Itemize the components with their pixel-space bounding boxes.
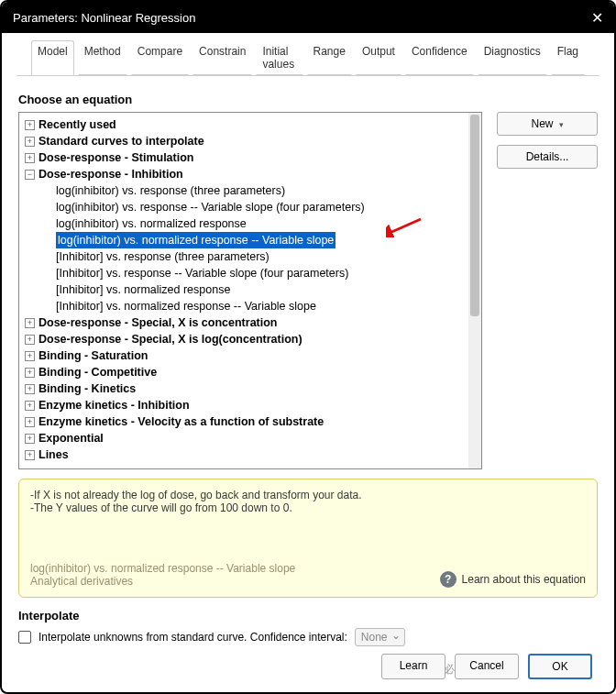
tree-category-label[interactable]: Lines: [38, 446, 69, 463]
interpolate-label: Interpolate unknowns from standard curve…: [38, 631, 347, 644]
tree-equation-item[interactable]: log(inhibitor) vs. normalized response: [25, 215, 476, 232]
tree-category[interactable]: +Standard curves to interpolate: [25, 133, 476, 149]
tree-equation-item[interactable]: log(inhibitor) vs. normalized response -…: [25, 232, 476, 248]
tree-category[interactable]: −Dose-response - Inhibition: [25, 166, 476, 182]
tree-category[interactable]: +Lines: [25, 446, 476, 463]
tab-constrain[interactable]: Constrain: [192, 40, 252, 75]
tree-equation-item[interactable]: [Inhibitor] vs. response -- Variable slo…: [25, 265, 476, 281]
collapse-icon[interactable]: −: [25, 170, 35, 180]
tree-category-label[interactable]: Binding - Kinetics: [38, 380, 136, 397]
new-button[interactable]: New: [497, 112, 598, 136]
help-icon: ?: [440, 571, 456, 588]
tree-category-label[interactable]: Binding - Competitive: [38, 364, 157, 380]
tree-equation-label[interactable]: [Inhibitor] vs. normalized response: [56, 281, 230, 298]
expand-icon[interactable]: +: [25, 417, 35, 427]
tree-category-label[interactable]: Dose-response - Inhibition: [38, 166, 183, 182]
tree-category-label[interactable]: Dose-response - Special, X is concentrat…: [38, 314, 278, 331]
tree-category[interactable]: +Dose-response - Stimulation: [25, 149, 476, 166]
tree-category[interactable]: +Binding - Competitive: [25, 364, 476, 380]
tab-method[interactable]: Method: [78, 40, 127, 75]
tree-equation-label[interactable]: log(inhibitor) vs. normalized response -…: [56, 232, 336, 248]
learn-about-equation-link[interactable]: ? Learn about this equation: [440, 571, 586, 588]
tab-initial-values[interactable]: Initial values: [256, 40, 302, 75]
tree-category-label[interactable]: Dose-response - Special, X is log(concen…: [38, 331, 302, 347]
tree-equation-label[interactable]: [Inhibitor] vs. normalized response -- V…: [56, 298, 316, 314]
choose-equation-heading: Choose an equation: [18, 93, 598, 106]
ok-button[interactable]: OK: [528, 654, 592, 679]
interpolate-heading: Interpolate: [18, 609, 598, 622]
interpolate-checkbox[interactable]: [18, 631, 31, 644]
expand-icon[interactable]: +: [25, 450, 35, 460]
close-icon[interactable]: ✕: [591, 9, 603, 27]
tree-equation-label[interactable]: log(inhibitor) vs. response -- Variable …: [56, 199, 365, 215]
expand-icon[interactable]: +: [25, 351, 35, 361]
tree-category[interactable]: +Dose-response - Special, X is concentra…: [25, 314, 476, 331]
cancel-button[interactable]: Cancel: [455, 654, 519, 679]
tab-range[interactable]: Range: [307, 40, 352, 75]
tab-diagnostics[interactable]: Diagnostics: [478, 40, 547, 75]
tab-flag[interactable]: Flag: [551, 40, 585, 75]
tree-scrollbar[interactable]: [468, 113, 481, 468]
tree-category[interactable]: +Enzyme kinetics - Inhibition: [25, 397, 476, 413]
tree-equation-item[interactable]: log(inhibitor) vs. response -- Variable …: [25, 199, 476, 215]
equation-info-box: -If X is not already the log of dose, go…: [18, 479, 598, 598]
expand-icon[interactable]: +: [25, 153, 35, 163]
tree-equation-item[interactable]: [Inhibitor] vs. normalized response: [25, 281, 476, 298]
title-bar: Parameters: Nonlinear Regression ✕: [2, 2, 614, 33]
learn-button[interactable]: Learn: [381, 654, 446, 679]
tree-category[interactable]: +Recently used: [25, 116, 476, 133]
tree-equation-item[interactable]: log(inhibitor) vs. response (three param…: [25, 182, 476, 199]
tree-category[interactable]: +Binding - Kinetics: [25, 380, 476, 397]
tab-model[interactable]: Model: [31, 40, 74, 75]
expand-icon[interactable]: +: [25, 384, 35, 394]
tree-category-label[interactable]: Enzyme kinetics - Velocity as a function…: [38, 413, 324, 430]
expand-icon[interactable]: +: [25, 120, 35, 130]
tab-output[interactable]: Output: [356, 40, 402, 75]
tree-equation-item[interactable]: [Inhibitor] vs. normalized response -- V…: [25, 298, 476, 314]
tree-equation-label[interactable]: [Inhibitor] vs. response (three paramete…: [56, 248, 270, 265]
tree-category[interactable]: +Binding - Saturation: [25, 347, 476, 364]
tree-equation-label[interactable]: log(inhibitor) vs. normalized response: [56, 215, 247, 232]
tree-equation-label[interactable]: [Inhibitor] vs. response -- Variable slo…: [56, 265, 348, 281]
expand-icon[interactable]: +: [25, 368, 35, 378]
tree-category-label[interactable]: Dose-response - Stimulation: [38, 149, 193, 166]
window-title: Parameters: Nonlinear Regression: [13, 11, 195, 25]
tab-strip: ModelMethodCompareConstrainInitial value…: [16, 33, 600, 75]
expand-icon[interactable]: +: [25, 137, 35, 147]
tree-equation-label[interactable]: log(inhibitor) vs. response (three param…: [56, 182, 285, 199]
tree-category[interactable]: +Exponential: [25, 430, 476, 446]
expand-icon[interactable]: +: [25, 401, 35, 411]
expand-icon[interactable]: +: [25, 318, 35, 328]
tree-category[interactable]: +Dose-response - Special, X is log(conce…: [25, 331, 476, 347]
tree-category-label[interactable]: Standard curves to interpolate: [38, 133, 204, 149]
tab-compare[interactable]: Compare: [131, 40, 189, 75]
tab-confidence[interactable]: Confidence: [405, 40, 474, 75]
equation-note: -If X is not already the log of dose, go…: [30, 489, 586, 514]
tree-category-label[interactable]: Enzyme kinetics - Inhibition: [38, 397, 190, 413]
tree-category-label[interactable]: Exponential: [38, 430, 104, 446]
details-button[interactable]: Details...: [497, 145, 598, 169]
tree-equation-item[interactable]: [Inhibitor] vs. response (three paramete…: [25, 248, 476, 265]
expand-icon[interactable]: +: [25, 335, 35, 345]
expand-icon[interactable]: +: [25, 434, 35, 444]
scrollbar-thumb[interactable]: [470, 115, 479, 316]
tree-category-label[interactable]: Binding - Saturation: [38, 347, 148, 364]
equation-name: log(inhibitor) vs. normalized response -…: [30, 562, 440, 588]
confidence-interval-select[interactable]: None: [355, 628, 405, 646]
tree-category[interactable]: +Enzyme kinetics - Velocity as a functio…: [25, 413, 476, 430]
equation-tree: +Recently used+Standard curves to interp…: [18, 112, 482, 469]
tree-category-label[interactable]: Recently used: [38, 116, 116, 133]
